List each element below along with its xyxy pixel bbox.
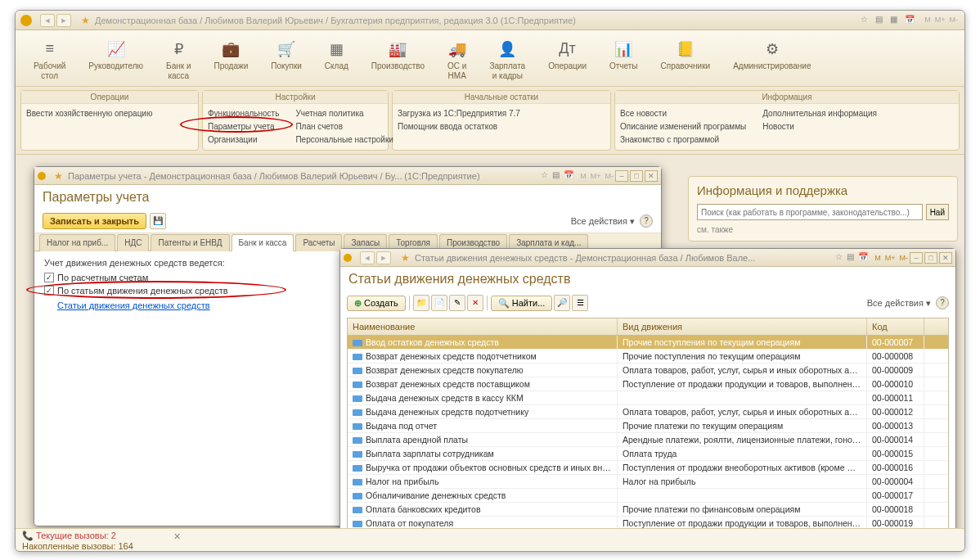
status-close[interactable]: ✕ [171,529,183,544]
back-button[interactable]: ◄ [360,251,375,264]
table-row[interactable]: Выдача под отчетПрочие платежи по текущи… [348,419,948,433]
table-row[interactable]: Выплата зарплаты сотрудникамОплата труда… [348,447,948,461]
col-type[interactable]: Вид движения [618,318,867,335]
dialog-toolbar: ⊕Создать 📁 📄 ✎ ✕ 🔍Найти... 🔎 ☰ Все дейст… [340,291,955,314]
edit-icon[interactable]: ✎ [449,295,465,311]
op-link[interactable]: Ввести хозяйственную операцию [26,107,193,120]
table-row[interactable]: Выплата арендной платыАрендные платежи, … [348,433,948,447]
max-button[interactable]: □ [630,170,643,182]
tool-icon[interactable]: ▦ [890,15,901,26]
calc-icon[interactable]: 📅 [564,170,575,182]
col-code[interactable]: Код [867,318,924,335]
info-link[interactable]: Новости [762,120,877,133]
info-link[interactable]: Описание изменений программы [620,120,746,133]
nav-item[interactable]: ДтОперации [537,38,598,83]
star-icon[interactable]: ★ [401,252,410,264]
nav-item[interactable]: 💼Продажи [202,38,259,83]
panel-info: Информация Все новости Описание изменени… [614,90,960,151]
table-row[interactable]: Возврат денежных средств подотчетникомПр… [348,350,948,364]
info-link[interactable]: Знакомство с программой [620,133,746,147]
close-button[interactable]: ✕ [939,252,952,264]
all-actions-button[interactable]: Все действия ▾ [571,216,635,227]
table-row[interactable]: Возврат денежных средств поставщикомПост… [348,377,948,391]
nav-item[interactable]: 📒Справочники [650,38,722,83]
checkbox-label: По статьям движения денежных средств [57,286,228,296]
table-row[interactable]: Налог на прибыльНалог на прибыль00-00000… [348,475,948,489]
col-name[interactable]: Наименование [348,318,618,335]
table-row[interactable]: Возврат денежных средств покупателюОплат… [348,364,948,377]
settings-link[interactable]: Функциональность [208,107,279,120]
tab[interactable]: Налог на приб... [39,234,115,251]
fwd-button[interactable]: ► [56,14,71,27]
search-button[interactable]: Най [926,204,949,220]
settings-link-params[interactable]: Параметры учета [208,120,279,133]
nav-item[interactable]: 👤Зарплатаи кадры [478,38,537,83]
copy-icon[interactable]: 📄 [431,295,447,311]
tab[interactable]: Расчеты [295,234,342,251]
save-close-button[interactable]: Записать и закрыть [43,213,146,229]
nav-item[interactable]: 🚚ОС иНМА [436,38,478,83]
fwd-button[interactable]: ► [376,251,391,264]
table-row[interactable]: Обналичивание денежных средств00-000017 [348,489,948,503]
tab[interactable]: Патенты и ЕНВД [151,234,229,251]
save-icon[interactable]: 💾 [150,213,166,229]
table-row[interactable]: Ввод остатков денежных средствПрочие пос… [348,336,948,350]
initial-link[interactable]: Помощник ввода остатков [398,120,605,133]
calc-icon[interactable]: 📅 [858,252,870,264]
nav-label: Производство [371,61,425,71]
settings-link[interactable]: Организации [208,133,279,147]
tab[interactable]: НДС [117,234,149,251]
checkbox-icon[interactable]: ✓ [44,286,54,296]
nav-item[interactable]: ≡Рабочийстол [22,38,77,83]
info-link[interactable]: Дополнительная информация [762,107,877,120]
table-row[interactable]: Выдача денежных средств подотчетникуОпла… [348,405,948,419]
folder-icon[interactable]: 📁 [413,295,429,311]
star-icon[interactable]: ★ [81,15,90,26]
tool-icon[interactable]: ▤ [847,252,858,264]
calc-icon[interactable]: 📅 [905,15,916,26]
max-button[interactable]: □ [924,252,937,264]
find-button[interactable]: 🔍Найти... [491,296,553,311]
initial-link[interactable]: Загрузка из 1С:Предприятия 7.7 [398,107,605,120]
settings-link[interactable]: Учетная политика [295,107,393,120]
tool-icon[interactable]: ☆ [835,252,847,264]
nav-item[interactable]: ₽Банк икасса [155,38,202,83]
settings-link[interactable]: Персональные настройки [295,133,393,147]
close-button[interactable]: ✕ [645,170,658,182]
table-row[interactable]: Выдача денежных средств в кассу ККМ00-00… [348,391,948,405]
clear-find-icon[interactable]: 🔎 [554,295,570,311]
table-row[interactable]: Оплата банковских кредитовПрочие платежи… [348,503,948,517]
min-button[interactable]: – [615,170,628,182]
panel-initial: Начальные остатки Загрузка из 1С:Предпри… [392,90,611,151]
create-button[interactable]: ⊕Создать [347,296,406,311]
help-icon[interactable]: ? [936,296,949,309]
tool-icon[interactable]: ☆ [541,170,552,182]
nav-item[interactable]: 🛒Покупки [259,38,313,83]
nav-item[interactable]: 📈Руководителю [77,38,155,83]
all-actions-button[interactable]: Все действия ▾ [867,298,931,309]
sub-panels: Операции Ввести хозяйственную операцию Н… [16,87,964,155]
nav-item[interactable]: ▦Склад [313,38,360,83]
grid-body[interactable]: Ввод остатков денежных средствПрочие пос… [348,336,948,544]
nav-item[interactable]: ⚙Администрирование [722,38,822,83]
min-button[interactable]: – [910,252,923,264]
tool-icon[interactable]: ▤ [875,15,887,26]
row-icon [353,395,362,402]
nav-item[interactable]: 🏭Производство [360,38,436,83]
settings-link[interactable]: План счетов [295,120,393,133]
back-button[interactable]: ◄ [40,14,55,27]
checkbox-icon[interactable]: ✓ [44,273,54,282]
cash-flow-link[interactable]: Статьи движения денежных средств [57,300,210,310]
info-link[interactable]: Все новости [620,107,746,120]
nav-item[interactable]: 📊Отчеты [598,38,650,83]
tool-icon[interactable]: ☆ [861,15,872,26]
help-icon[interactable]: ? [640,215,653,228]
tool-icon[interactable]: ▤ [552,170,564,182]
nav-icon: Дт [548,40,587,60]
star-icon[interactable]: ★ [54,170,63,182]
search-input[interactable] [697,204,923,220]
tree-icon[interactable]: ☰ [572,295,588,311]
tab[interactable]: Банк и касса [232,234,294,251]
delete-icon[interactable]: ✕ [467,295,483,311]
table-row[interactable]: Выручка от продажи объектов основных сре… [348,461,948,475]
